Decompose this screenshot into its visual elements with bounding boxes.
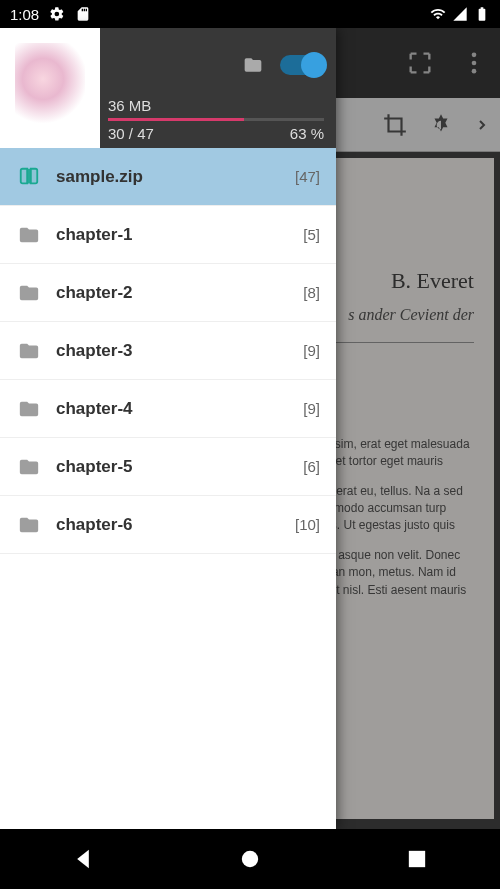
item-name: chapter-4	[56, 399, 289, 419]
list-item[interactable]: chapter-3[9]	[0, 322, 336, 380]
item-count: [5]	[303, 226, 320, 243]
item-name: chapter-1	[56, 225, 289, 245]
recent-button[interactable]	[403, 845, 431, 873]
item-name: chapter-5	[56, 457, 289, 477]
list-item[interactable]: chapter-2[8]	[0, 264, 336, 322]
progress-pages: 30 / 47	[108, 125, 154, 142]
progress-bar[interactable]	[108, 118, 324, 121]
folder-icon	[16, 340, 42, 362]
back-button[interactable]	[69, 845, 97, 873]
item-name: chapter-6	[56, 515, 281, 535]
home-button[interactable]	[236, 845, 264, 873]
battery-icon	[474, 6, 490, 22]
list-item[interactable]: sample.zip[47]	[0, 148, 336, 206]
item-count: [9]	[303, 400, 320, 417]
status-bar: 1:08	[0, 0, 500, 28]
item-count: [10]	[295, 516, 320, 533]
list-item[interactable]: chapter-5[6]	[0, 438, 336, 496]
item-count: [8]	[303, 284, 320, 301]
signal-icon	[452, 6, 468, 22]
folder-icon[interactable]	[240, 55, 266, 75]
folder-icon	[16, 398, 42, 420]
gear-icon	[49, 6, 65, 22]
item-name: chapter-3	[56, 341, 289, 361]
book-icon	[16, 166, 42, 188]
item-count: [47]	[295, 168, 320, 185]
folder-icon	[16, 282, 42, 304]
svg-point-3	[242, 851, 258, 867]
item-count: [9]	[303, 342, 320, 359]
file-size: 36 MB	[108, 97, 324, 114]
sd-card-icon	[75, 6, 91, 22]
list-item[interactable]: chapter-1[5]	[0, 206, 336, 264]
svg-rect-4	[408, 851, 424, 867]
folder-icon	[16, 514, 42, 536]
list-item[interactable]: chapter-4[9]	[0, 380, 336, 438]
view-toggle[interactable]	[280, 55, 324, 75]
list-item[interactable]: chapter-6[10]	[0, 496, 336, 554]
folder-icon	[16, 224, 42, 246]
file-list[interactable]: sample.zip[47]chapter-1[5]chapter-2[8]ch…	[0, 148, 336, 829]
wifi-icon	[430, 6, 446, 22]
item-name: chapter-2	[56, 283, 289, 303]
item-name: sample.zip	[56, 167, 281, 187]
item-count: [6]	[303, 458, 320, 475]
system-navbar	[0, 829, 500, 889]
status-time: 1:08	[10, 6, 39, 23]
book-thumbnail[interactable]	[0, 28, 100, 148]
folder-icon	[16, 456, 42, 478]
navigation-drawer: 36 MB 30 / 47 63 % sample.zip[47]chapter…	[0, 28, 336, 829]
progress-percent: 63 %	[290, 125, 324, 142]
drawer-header: 36 MB 30 / 47 63 %	[0, 28, 336, 148]
